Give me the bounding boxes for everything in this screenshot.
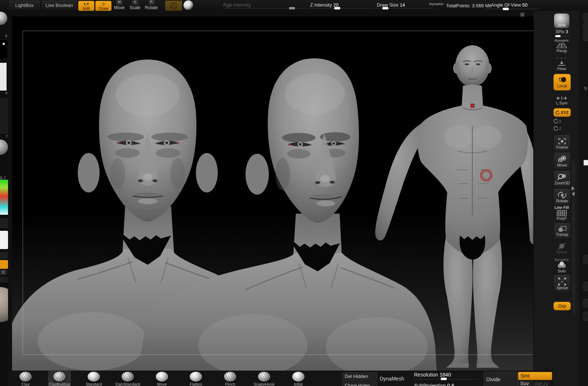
local-button[interactable]: Local	[553, 74, 571, 91]
brush-preview-thumb[interactable]	[0, 12, 7, 25]
brush-snakehook[interactable]: SnakeHook	[253, 371, 275, 386]
move-nav-button[interactable]: Move	[553, 153, 571, 170]
draw-icon	[101, 2, 107, 6]
move-gyro-button[interactable]: M Move	[112, 0, 127, 10]
matcap-sphere-icon[interactable]	[183, 0, 193, 10]
solo-spheres-icon	[557, 261, 567, 269]
lightbox-button[interactable]: LightBox	[8, 1, 41, 10]
color-picker[interactable]	[0, 180, 8, 215]
brush-flatten[interactable]: Flatten	[185, 371, 207, 386]
brush-inflat[interactable]: Inflat	[287, 371, 310, 386]
polyf-button[interactable]: PolyF	[553, 210, 570, 221]
rotate-z-icon	[553, 126, 559, 131]
tray-chip[interactable]	[583, 23, 588, 31]
brush-pinch[interactable]: Pinch	[219, 371, 241, 386]
swatch-label-chip[interactable]: t2	[0, 270, 7, 275]
grp-button[interactable]: Grp	[553, 302, 571, 310]
dynamesh-label[interactable]: DynaMesh	[380, 376, 404, 382]
claybuildup-brush-icon	[53, 372, 66, 382]
close-holes-button[interactable]: Close Holes	[342, 382, 377, 386]
draw-button[interactable]: Draw	[95, 1, 112, 11]
rotate-y-button[interactable]: y	[553, 118, 570, 124]
resolution-knob[interactable]	[441, 378, 447, 380]
divider-arrow-left-icon[interactable]	[572, 192, 575, 196]
edit-button[interactable]: Edit	[78, 1, 94, 11]
angle-of-view-knob[interactable]	[503, 8, 509, 10]
gyro-brush-button[interactable]	[165, 0, 182, 11]
draw-size-track[interactable]	[370, 8, 433, 8]
rgb-intensity-knob[interactable]	[289, 7, 295, 9]
color-chip-button[interactable]	[0, 218, 9, 228]
alpha-thumb[interactable]	[0, 63, 7, 91]
brush-move[interactable]: Move	[151, 371, 173, 386]
floor-axes-toggles[interactable]: x y z	[553, 56, 570, 60]
suv-button[interactable]: Suv	[518, 381, 534, 386]
dynamic-draw-size-toggle[interactable]: Dynamic	[429, 2, 444, 6]
solo-button[interactable]: Solo	[553, 261, 570, 273]
xyz-button[interactable]: XYZ	[553, 108, 571, 117]
tray-chip[interactable]	[583, 282, 588, 291]
reuv-button[interactable]: ReUV	[535, 381, 551, 386]
frame-icon	[558, 138, 566, 145]
scale-gyro-button[interactable]: S Scale	[128, 0, 142, 10]
transp-icon	[557, 226, 567, 232]
divide-button[interactable]: Divide	[484, 372, 518, 386]
xpose-arrows-icon	[557, 278, 567, 286]
bpr-button[interactable]: BPR	[553, 14, 570, 28]
brush-damstandard[interactable]: DamStandard	[116, 371, 139, 386]
angle-of-view-slider[interactable]: Angle Of View 50	[491, 2, 527, 8]
switch-color-button[interactable]	[0, 252, 9, 259]
secondary-color-swatch[interactable]	[0, 260, 8, 269]
rotate-orbit-icon	[557, 191, 567, 199]
rgb-intensity-slider[interactable]: Rgb Intensity	[223, 2, 251, 8]
angle-of-view-track[interactable]	[486, 9, 538, 9]
persp-button[interactable]: Dynamic Persp	[553, 39, 570, 53]
main-color-swatch[interactable]	[0, 231, 8, 249]
tray-chip[interactable]	[583, 255, 588, 264]
tray-chip[interactable]	[583, 32, 588, 41]
rotate-z-button[interactable]: z	[553, 126, 570, 131]
del-hidden-button[interactable]: Del Hidden	[342, 372, 377, 381]
zbrush-window: { "topbar": { "lightbox": "LightBox", "l…	[0, 0, 588, 386]
bottom-shelf: Clay ClayBuildup Standard DamStandard Mo…	[8, 371, 553, 386]
brush-standard[interactable]: Standard	[82, 371, 105, 386]
brush-claybuildup[interactable]: ClayBuildup	[48, 371, 71, 386]
subprojection-slider[interactable]: SubProjection 0.6	[414, 383, 454, 386]
persp-grid-icon	[556, 42, 567, 49]
rotate-gyro-button[interactable]: R Rotate	[143, 0, 159, 10]
ghost-button[interactable]: Ghost	[553, 242, 570, 254]
draw-size-slider[interactable]: Draw Size 14	[377, 2, 405, 8]
smt-button[interactable]: Smt	[518, 372, 552, 380]
texture-label: f	[6, 134, 7, 138]
sculpt-canvas[interactable]	[12, 16, 540, 371]
tray-chip[interactable]	[0, 277, 8, 283]
lsym-button[interactable]: L.Sym	[553, 96, 570, 105]
panel-divider-scrollbar[interactable]	[572, 161, 575, 314]
divider-handle-icon[interactable]	[520, 12, 525, 17]
transp-button[interactable]: Transp	[553, 223, 571, 239]
z-intensity-knob[interactable]	[334, 7, 340, 9]
damstandard-brush-icon	[121, 372, 134, 382]
texture-thumb[interactable]	[0, 98, 8, 134]
spix-slider[interactable]: SPix 3	[553, 30, 570, 37]
frame-button[interactable]: Frame	[553, 135, 571, 152]
resolution-slider[interactable]: Resolution 1840	[414, 372, 451, 378]
rotate-nav-button[interactable]: Rotate	[553, 189, 571, 206]
floor-icon	[557, 61, 566, 66]
tray-chip[interactable]	[583, 13, 588, 22]
material-thumb[interactable]	[0, 140, 8, 155]
zoom3d-button[interactable]: Zoom3D	[553, 171, 571, 188]
tray-swatch[interactable]	[584, 160, 588, 165]
tray-chip[interactable]	[583, 312, 588, 321]
divider-arrow-right-icon[interactable]	[572, 186, 575, 191]
floor-button[interactable]: Floor	[553, 61, 570, 71]
live-boolean-button[interactable]: Live Boolean	[41, 1, 77, 10]
spix-knob[interactable]	[555, 35, 561, 37]
brush-clay[interactable]: Clay	[14, 371, 37, 386]
xpose-button[interactable]: Xpose	[553, 275, 571, 292]
snakehook-brush-icon	[258, 372, 270, 382]
draw-size-knob[interactable]	[382, 7, 388, 9]
stroke-thumb[interactable]	[0, 39, 8, 59]
rotate-keycap-icon: R	[149, 0, 154, 5]
tray-chip[interactable]	[583, 299, 588, 307]
